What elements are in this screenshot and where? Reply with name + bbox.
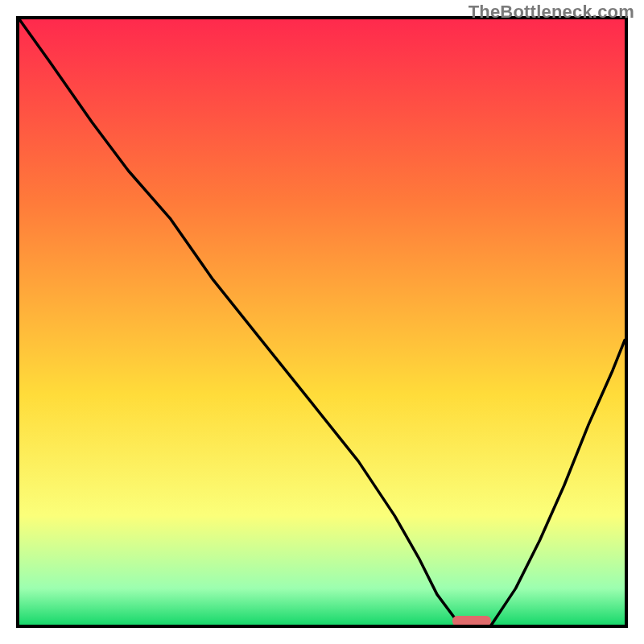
bottleneck-chart [0,0,644,644]
gradient-background [19,19,625,625]
chart-stage: TheBottleneck.com [0,0,644,644]
plot-area [19,19,625,626]
watermark-text: TheBottleneck.com [469,2,634,23]
